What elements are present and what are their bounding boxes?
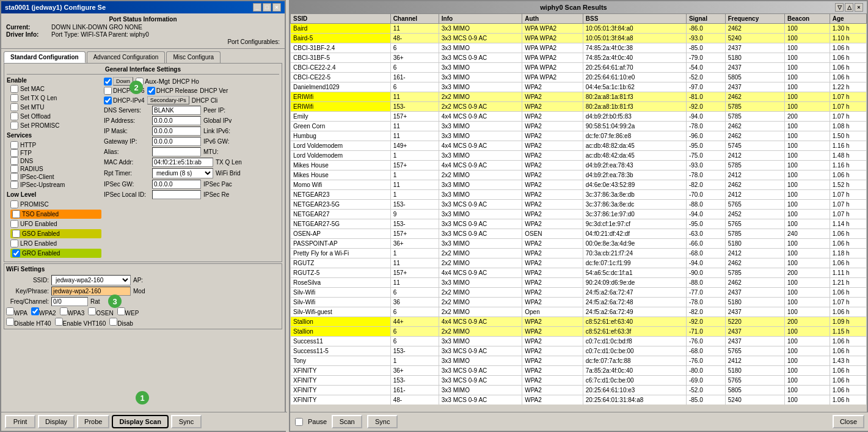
dns-checkbox[interactable] xyxy=(10,157,18,165)
display-button[interactable]: Display xyxy=(38,415,75,428)
set-mac-checkbox[interactable] xyxy=(10,85,18,93)
set-mtu-checkbox[interactable] xyxy=(10,103,18,111)
mac-addr-input[interactable] xyxy=(152,158,213,167)
print-button[interactable]: Print xyxy=(5,415,35,428)
set-tx-q-len-checkbox[interactable] xyxy=(10,94,18,102)
ipsec-client-label: IPSec-Client xyxy=(20,174,54,180)
annotation-3: 3 xyxy=(108,295,122,308)
port-configurables-text: Port Configurables: xyxy=(227,38,280,45)
ipsec-pac-label: IPSec Pac xyxy=(203,181,232,188)
tab-standard-configuration[interactable]: Standard Configuration xyxy=(4,51,86,63)
ssid-select[interactable]: jedway-wpa2-160 xyxy=(51,275,131,285)
sync-button[interactable]: Sync xyxy=(171,415,202,428)
disable-ht40-checkbox[interactable] xyxy=(6,318,14,326)
gateway-ip-input[interactable] xyxy=(152,137,201,146)
col-bss[interactable]: BSS xyxy=(583,14,686,24)
wpa3-checkbox[interactable] xyxy=(60,307,68,315)
table-row: Silv-Wifi62x2 MIMOWPA224:f5:a2:6a:72:47-… xyxy=(291,288,867,298)
dns-servers-input[interactable] xyxy=(152,106,201,115)
dhcp-ipv4-checkbox[interactable] xyxy=(104,97,112,104)
col-beacon[interactable]: Beacon xyxy=(785,14,830,24)
ip-mask-input[interactable] xyxy=(152,126,201,136)
freq-channel-input[interactable] xyxy=(51,297,88,306)
secondary-ips-button[interactable]: Secondary-IPs xyxy=(147,96,189,104)
pause-label: Pause xyxy=(308,418,327,425)
lro-enabled-checkbox[interactable] xyxy=(10,240,18,247)
minimize-button[interactable]: _ xyxy=(253,3,261,12)
ftp-checkbox[interactable] xyxy=(10,149,18,157)
set-offload-checkbox[interactable] xyxy=(10,112,18,120)
bottom-bar: Print Display Probe Display Scan Sync xyxy=(1,412,287,431)
scan-maximize-button[interactable]: △ xyxy=(845,3,853,12)
col-channel[interactable]: Channel xyxy=(390,14,439,24)
dhcp-release-checkbox[interactable] xyxy=(147,87,155,95)
disable-ht40-label: Disable HT40 xyxy=(14,320,51,327)
table-row: OSEN-AP157+3x3 MCS 0-9 ACOSEN04:f0:21:df… xyxy=(291,229,867,239)
table-row: XFINITY48-3x3 MCS 0-9 ACWPA220:25:64:01:… xyxy=(291,395,867,405)
set-promisc-checkbox[interactable] xyxy=(10,122,18,130)
col-ssid[interactable]: SSID xyxy=(291,14,391,24)
alias-input[interactable] xyxy=(152,147,201,156)
table-row: Green Corn113x3 MIMOWPA290:58:51:04:99:2… xyxy=(291,122,867,131)
display-scan-button[interactable]: Display Scan xyxy=(112,415,168,428)
mode-label: Mod xyxy=(133,288,145,295)
scan-sync-button[interactable]: Sync xyxy=(367,415,398,428)
set-tx-q-len-label: Set TX Q Len xyxy=(20,95,57,101)
scan-close-x-button[interactable]: × xyxy=(855,3,863,12)
wpa2-checkbox[interactable] xyxy=(31,307,39,315)
ufo-enabled-checkbox[interactable] xyxy=(10,220,18,228)
down-checkbox[interactable] xyxy=(104,78,112,86)
driver-value: Port Type: WIFI-STA Parent: wiphy0 xyxy=(51,31,149,38)
gro-enabled-checkbox[interactable] xyxy=(12,249,20,257)
gso-enabled-checkbox[interactable] xyxy=(12,230,20,238)
tab-misc-configuration[interactable]: Misc Configura xyxy=(166,51,221,63)
table-row: Silv-Wifi362x2 MIMOWPA224:f5:a2:6a:72:48… xyxy=(291,298,867,307)
table-row: Mikes House12x2 MIMOWPA2d4:b9:2f:ea:78:3… xyxy=(291,170,867,180)
promisc-ll-checkbox[interactable] xyxy=(10,200,18,208)
disab-label: Disab xyxy=(117,320,133,327)
rpt-timer-select[interactable]: medium (8 s) xyxy=(152,168,213,178)
wpa-checkbox[interactable] xyxy=(6,307,14,315)
ipsec-upstream-checkbox[interactable] xyxy=(10,181,18,189)
disab-checkbox[interactable] xyxy=(109,318,117,326)
ipsec-local-id-input[interactable] xyxy=(152,190,201,199)
table-row: ERIWifi112x2 MIMOWPA280:2a:a8:1a:81:f3-8… xyxy=(291,92,867,102)
ftp-label: FTP xyxy=(20,150,32,156)
mtu-label: MTU: xyxy=(203,148,218,155)
pause-checkbox[interactable] xyxy=(295,418,303,426)
maximize-button[interactable]: □ xyxy=(263,3,271,12)
ssid-label: SSID: xyxy=(6,277,49,284)
col-age[interactable]: Age xyxy=(830,14,866,24)
tso-enabled-item: TSO Enabled xyxy=(10,210,101,219)
wep-checkbox[interactable] xyxy=(117,307,125,315)
low-level-group: PROMISC TSO Enabled UFO Enabled GSO Enab… xyxy=(10,200,101,258)
ipsec-gw-input[interactable] xyxy=(152,180,201,189)
table-row: Momo Wifi113x3 MIMOWPA2d4:6e:0e:43:52:89… xyxy=(291,180,867,190)
col-frequency[interactable]: Frequency xyxy=(725,14,784,24)
scan-table-container[interactable]: SSID Channel Info Auth BSS Signal Freque… xyxy=(290,13,867,405)
close-button[interactable]: × xyxy=(272,3,281,12)
services-title: Services xyxy=(7,132,101,139)
col-signal[interactable]: Signal xyxy=(686,14,725,24)
col-auth[interactable]: Auth xyxy=(522,14,583,24)
enable-vht160-checkbox[interactable] xyxy=(55,318,63,326)
driver-label: Driver Info: xyxy=(6,31,49,38)
enable-group: Set MAC Set TX Q Len Set MTU Set Offload… xyxy=(10,85,101,130)
col-info[interactable]: Info xyxy=(439,14,522,24)
probe-button[interactable]: Probe xyxy=(77,415,109,428)
scan-minimize-button[interactable]: ▽ xyxy=(835,3,844,12)
close-button-scan[interactable]: Close xyxy=(833,415,864,428)
table-row: Lord Voldemodem149+4x4 MCS 0-9 ACWPA2ac:… xyxy=(291,141,867,151)
keyphrase-input[interactable] xyxy=(51,287,131,296)
osen-checkbox[interactable] xyxy=(88,307,96,315)
tso-enabled-checkbox[interactable] xyxy=(12,210,20,218)
radius-checkbox[interactable] xyxy=(10,165,18,173)
ip-address-input[interactable] xyxy=(152,116,201,125)
tab-advanced-configuration[interactable]: Advanced Configuration xyxy=(87,51,166,63)
dhcp-ipv6-checkbox[interactable] xyxy=(104,87,112,95)
main-titlebar: sta0001 (jedway1) Configure Se _ □ × xyxy=(1,1,285,13)
tx-q-len-label: TX Q Len xyxy=(216,159,242,166)
scan-button[interactable]: Scan xyxy=(332,415,362,428)
http-checkbox[interactable] xyxy=(10,141,18,149)
ipsec-client-checkbox[interactable] xyxy=(10,173,18,181)
